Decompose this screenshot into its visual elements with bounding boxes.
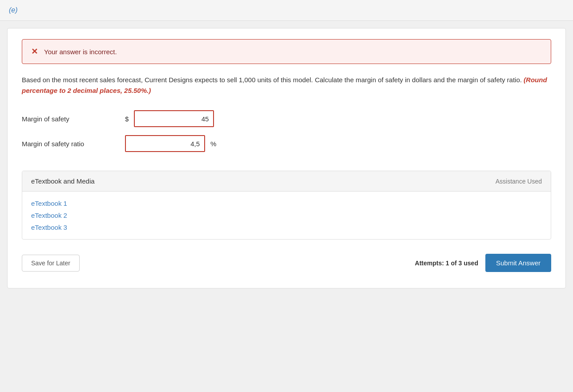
save-for-later-button[interactable]: Save for Later [22,255,80,272]
margin-of-safety-row: Margin of safety $ [22,110,551,127]
currency-symbol: $ [125,115,129,123]
etextbook-header: eTextbook and Media Assistance Used [22,171,551,192]
main-content: ✕ Your answer is incorrect. Based on the… [7,28,566,288]
top-bar: (e) [0,0,573,21]
margin-of-safety-input[interactable] [134,110,214,127]
form-area: Margin of safety $ Margin of safety rati… [22,107,551,171]
section-label: (e) [9,6,18,14]
bottom-bar: Save for Later Attempts: 1 of 3 used Sub… [22,250,551,276]
error-banner: ✕ Your answer is incorrect. [22,39,551,64]
right-actions: Attempts: 1 of 3 used Submit Answer [415,254,551,272]
margin-of-safety-ratio-row: Margin of safety ratio % [22,135,551,152]
description-main: Based on the most recent sales forecast,… [22,76,522,84]
attempts-text: Attempts: 1 of 3 used [415,260,478,267]
etextbook-link-1[interactable]: eTextbook 1 [31,200,542,207]
etextbook-title: eTextbook and Media [31,177,95,185]
etextbook-links: eTextbook 1 eTextbook 2 eTextbook 3 [22,192,551,239]
margin-of-safety-label: Margin of safety [22,115,120,123]
description-paragraph: Based on the most recent sales forecast,… [22,75,551,96]
margin-of-safety-ratio-label: Margin of safety ratio [22,140,120,148]
error-message: Your answer is incorrect. [44,48,117,56]
page-wrapper: (e) ✕ Your answer is incorrect. Based on… [0,0,573,288]
etextbook-section: eTextbook and Media Assistance Used eTex… [22,171,551,240]
etextbook-link-2[interactable]: eTextbook 2 [31,212,542,219]
submit-answer-button[interactable]: Submit Answer [485,254,551,272]
etextbook-link-3[interactable]: eTextbook 3 [31,224,542,231]
error-icon: ✕ [31,47,38,56]
margin-of-safety-ratio-input[interactable] [125,135,205,152]
percent-symbol: % [210,140,216,148]
assistance-label: Assistance Used [496,178,542,185]
